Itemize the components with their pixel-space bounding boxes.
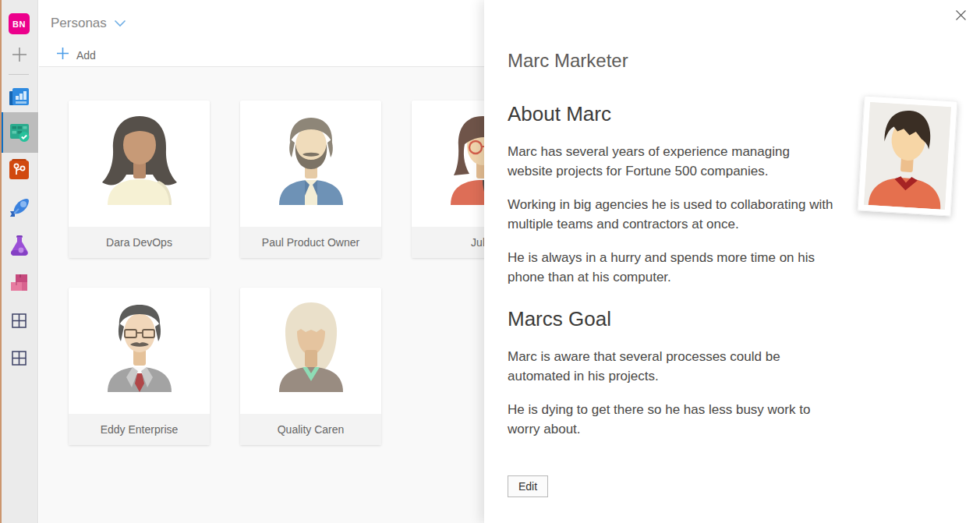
page-title: Personas: [51, 16, 107, 31]
plus-icon: [56, 47, 69, 63]
boards-chart-icon: [9, 87, 30, 107]
about-paragraph: Marc has several years of experience man…: [508, 142, 838, 181]
user-initials-badge: BN: [9, 13, 30, 34]
persona-name: Quality Caren: [240, 414, 381, 445]
persona-card-caren[interactable]: Quality Caren: [240, 288, 381, 445]
sidebar-item-artifacts[interactable]: [0, 272, 38, 293]
persona-avatar-caren: [240, 288, 381, 414]
about-paragraph: He is always in a hurry and spends more …: [508, 248, 838, 287]
sidebar-item-add[interactable]: [0, 47, 38, 62]
sidebar-item-user[interactable]: BN: [0, 13, 38, 34]
persona-name: Eddy Enterprise: [69, 414, 210, 445]
sidebar-item-pipelines[interactable]: [0, 196, 38, 220]
sidebar-item-boards[interactable]: [0, 87, 38, 107]
sidebar-item-personas[interactable]: [0, 112, 38, 153]
persona-name: Paul Product Owner: [240, 227, 381, 258]
sidebar-item-test-plans[interactable]: [0, 234, 38, 257]
personas-title-dropdown[interactable]: Personas: [51, 16, 126, 31]
sidebar-item-repos[interactable]: [0, 158, 38, 180]
close-button[interactable]: [953, 9, 968, 23]
persona-name: Dara DevOps: [69, 227, 210, 258]
panel-body: About Marc Marc has several years of exp…: [508, 102, 838, 497]
close-icon: [955, 9, 967, 24]
goal-paragraph: Marc is aware that several processes cou…: [508, 347, 838, 386]
persona-card-eddy[interactable]: Eddy Enterprise: [69, 288, 210, 445]
persona-photo-marc: [864, 102, 951, 210]
sidebar-item-extension-1[interactable]: [0, 313, 38, 328]
window-edge-strip: [0, 0, 2, 523]
sidebar: BN: [0, 0, 38, 523]
add-button[interactable]: Add: [56, 47, 96, 63]
persona-card-dara[interactable]: Dara DevOps: [69, 101, 210, 258]
about-paragraph: Working in big agencies he is used to co…: [508, 195, 838, 234]
grid-icon: [12, 351, 27, 366]
goal-heading: Marcs Goal: [508, 307, 838, 331]
persona-avatar-dara: [69, 101, 210, 227]
flask-icon: [9, 234, 30, 257]
persona-avatar-eddy: [69, 288, 210, 414]
persona-detail-panel: Marc Marketer About Marc Marc has severa…: [484, 0, 980, 523]
sidebar-divider: [9, 74, 29, 75]
persona-avatar-paul: [240, 101, 381, 227]
chevron-down-icon: [114, 16, 126, 30]
persona-photo-frame: [858, 95, 958, 216]
sidebar-item-extension-2[interactable]: [0, 351, 38, 366]
goal-paragraph: He is dying to get there so he has less …: [508, 400, 838, 439]
grid-icon: [12, 313, 27, 328]
add-button-label: Add: [76, 49, 96, 62]
git-branch-icon: [9, 158, 30, 180]
about-heading: About Marc: [508, 102, 838, 126]
rocket-icon: [8, 196, 31, 220]
personas-board-check-icon: [0, 122, 38, 143]
packages-icon: [9, 272, 30, 293]
panel-title: Marc Marketer: [508, 50, 628, 72]
plus-icon: [12, 47, 27, 62]
edit-button[interactable]: Edit: [508, 475, 548, 497]
persona-card-paul[interactable]: Paul Product Owner: [240, 101, 381, 258]
